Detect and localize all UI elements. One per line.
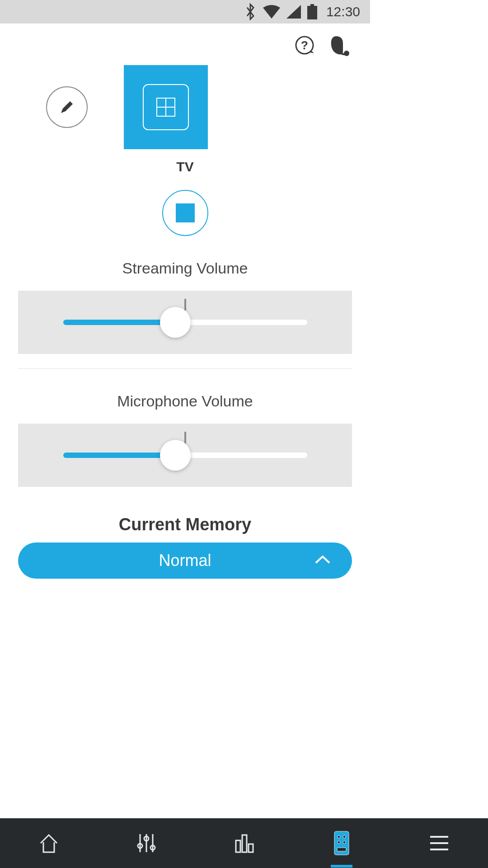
streaming-volume-slider[interactable] — [18, 291, 352, 354]
memory-selected-label: Normal — [159, 551, 211, 570]
program-tile-tv[interactable] — [124, 65, 208, 149]
slider-thumb[interactable] — [160, 440, 191, 471]
hearing-aid-icon[interactable] — [328, 34, 351, 57]
pencil-icon — [59, 99, 75, 115]
svg-rect-1 — [307, 6, 317, 19]
program-label: TV — [18, 159, 352, 175]
stop-icon — [176, 203, 195, 222]
slider-default-tick — [184, 299, 186, 311]
wifi-icon — [263, 5, 280, 19]
microphone-volume-title: Microphone Volume — [18, 392, 352, 410]
slider-fill — [63, 453, 175, 458]
memory-selector[interactable]: Normal — [18, 542, 352, 579]
status-bar: 12:30 — [0, 0, 370, 24]
stop-streaming-button[interactable] — [162, 190, 208, 236]
edit-button[interactable] — [46, 86, 88, 128]
svg-rect-0 — [310, 4, 314, 6]
svg-text:?: ? — [301, 38, 308, 52]
tv-icon — [143, 84, 189, 130]
streaming-volume-title: Streaming Volume — [18, 259, 352, 277]
battery-icon — [307, 4, 317, 19]
slider-thumb[interactable] — [160, 307, 191, 338]
current-memory-title: Current Memory — [18, 515, 352, 534]
divider — [18, 368, 352, 369]
program-row — [18, 65, 352, 149]
bluetooth-icon — [244, 3, 257, 20]
main-content: TV Streaming Volume Microphone Volume Cu… — [0, 65, 370, 579]
status-time: 12:30 — [326, 4, 360, 19]
slider-default-tick — [184, 432, 186, 443]
cellular-icon — [286, 5, 301, 19]
slider-fill — [63, 320, 175, 325]
header: ? — [0, 24, 370, 57]
chevron-up-icon — [314, 555, 331, 566]
microphone-volume-slider[interactable] — [18, 424, 352, 487]
help-icon[interactable]: ? — [294, 35, 315, 56]
program-tile-wrap — [124, 65, 208, 149]
